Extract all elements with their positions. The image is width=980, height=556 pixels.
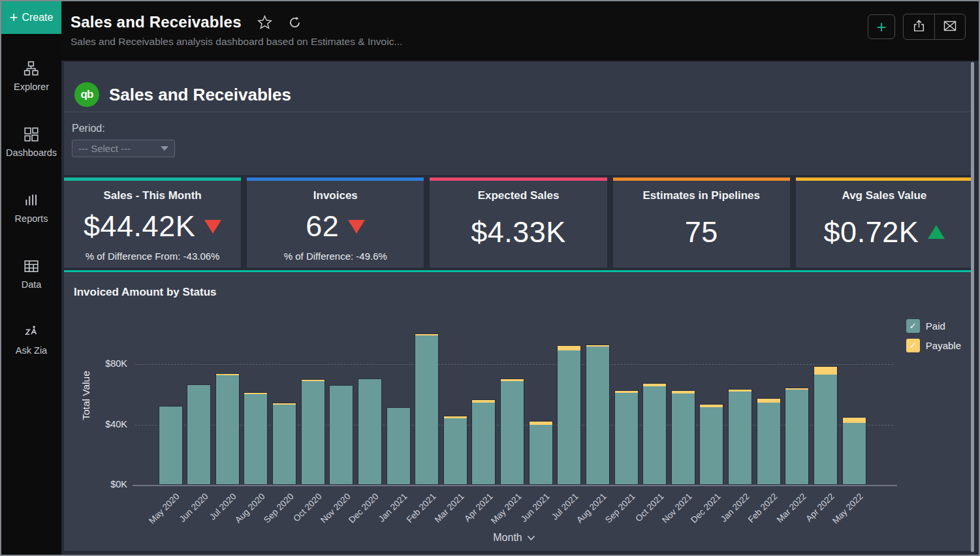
bar-segment-paid bbox=[244, 394, 267, 484]
bar-apr-2021[interactable] bbox=[471, 399, 496, 485]
header-button-group bbox=[903, 14, 966, 40]
favorite-star-icon[interactable] bbox=[257, 15, 272, 30]
kpi-value: $4.33K bbox=[471, 215, 566, 249]
create-button[interactable]: + Create bbox=[1, 1, 61, 34]
bar-may-2021[interactable] bbox=[500, 378, 524, 485]
bar-segment-paid bbox=[814, 375, 837, 484]
kpi-value: 62 bbox=[306, 209, 339, 243]
y-axis-label: Total Value bbox=[80, 343, 92, 448]
bar-nov-2020[interactable] bbox=[329, 385, 353, 485]
gridline bbox=[135, 364, 893, 365]
bar-jan-2021[interactable] bbox=[387, 407, 411, 485]
dashboard-content: qb Sales and Receivables Period: --- Sel… bbox=[61, 61, 979, 555]
add-icon: + bbox=[876, 18, 886, 35]
kpi-card-expected-sales[interactable]: Expected Sales $4.33K bbox=[430, 178, 607, 268]
x-axis-label[interactable]: Month bbox=[135, 532, 893, 544]
bar-segment-paid bbox=[843, 423, 866, 484]
export-share-button[interactable] bbox=[904, 14, 934, 39]
sidebar-item-data[interactable]: Data bbox=[1, 249, 61, 299]
ask-zia-icon bbox=[23, 324, 40, 341]
bar-oct-2020[interactable] bbox=[301, 379, 325, 485]
bar-feb-2021[interactable] bbox=[415, 333, 439, 485]
y-tick-label: $40K bbox=[64, 419, 127, 429]
y-tick-label: $0K bbox=[64, 479, 127, 489]
bar-nov-2021[interactable] bbox=[671, 390, 695, 485]
bar-segment-paid bbox=[159, 407, 182, 484]
bar-feb-2022[interactable] bbox=[757, 398, 781, 485]
period-select[interactable]: --- Select --- bbox=[72, 140, 175, 157]
bar-jul-2020[interactable] bbox=[215, 373, 240, 485]
bar-may-2022[interactable] bbox=[842, 417, 866, 485]
bar-segment-paid bbox=[302, 381, 324, 484]
kpi-row: Sales - This Month $44.42K % of Differen… bbox=[64, 178, 973, 268]
kpi-value: 75 bbox=[685, 215, 718, 249]
bar-jul-2021[interactable] bbox=[557, 345, 581, 485]
bar-segment-paid bbox=[387, 408, 410, 484]
bar-mar-2022[interactable] bbox=[785, 388, 809, 485]
page-subtitle: Sales and Receivables analysis dashboard… bbox=[61, 31, 979, 48]
trend-down-icon bbox=[348, 220, 365, 234]
bar-sep-2020[interactable] bbox=[272, 403, 296, 485]
bar-jun-2021[interactable] bbox=[529, 421, 553, 485]
bar-segment-paid bbox=[330, 386, 353, 484]
bar-segment-paid bbox=[700, 407, 723, 484]
bar-may-2020[interactable] bbox=[159, 406, 183, 485]
kpi-value: $0.72K bbox=[824, 215, 919, 249]
bar-mar-2021[interactable] bbox=[443, 416, 467, 485]
bar-oct-2021[interactable] bbox=[642, 383, 667, 485]
trend-down-icon bbox=[204, 220, 221, 234]
sidebar-item-label: Explorer bbox=[14, 82, 49, 92]
period-select-value: --- Select --- bbox=[78, 143, 131, 154]
kpi-card-estimates-in-pipelines[interactable]: Estimates in Pipelines 75 bbox=[613, 178, 790, 268]
dashboard-header-panel: qb Sales and Receivables Period: --- Sel… bbox=[64, 62, 973, 175]
chart-panel-invoiced-amount-by-status: Invoiced Amount by Status ✓Paid✓Payable … bbox=[64, 270, 973, 551]
y-tick-label: $80K bbox=[64, 358, 127, 369]
bar-segment-paid bbox=[757, 403, 780, 484]
bar-jun-2020[interactable] bbox=[187, 384, 211, 485]
bar-segment-payable bbox=[814, 367, 837, 375]
email-button[interactable] bbox=[934, 14, 965, 39]
export-share-icon bbox=[912, 19, 926, 35]
kpi-title: Avg Sales Value bbox=[842, 189, 927, 202]
refresh-icon[interactable] bbox=[288, 16, 302, 29]
bar-segment-paid bbox=[586, 347, 609, 484]
reports-icon bbox=[23, 192, 40, 209]
bar-sep-2021[interactable] bbox=[614, 390, 639, 485]
kpi-value: $44.42K bbox=[84, 209, 195, 243]
sidebar-item-label: Ask Zia bbox=[16, 345, 47, 356]
add-button[interactable]: + bbox=[868, 14, 895, 39]
kpi-card-sales-this-month[interactable]: Sales - This Month $44.42K % of Differen… bbox=[64, 178, 241, 268]
kpi-subtext: % of Difference: -49.6% bbox=[284, 251, 387, 262]
bar-apr-2022[interactable] bbox=[814, 366, 838, 485]
vertical-scrollbar[interactable] bbox=[971, 62, 974, 552]
bar-segment-paid bbox=[415, 335, 438, 484]
email-icon bbox=[943, 19, 957, 35]
bar-dec-2020[interactable] bbox=[358, 378, 382, 485]
x-axis-label-text: Month bbox=[493, 532, 522, 544]
dashboard-title: Sales and Receivables bbox=[109, 85, 291, 105]
sidebar-item-label: Reports bbox=[15, 213, 48, 224]
bar-aug-2021[interactable] bbox=[586, 345, 610, 485]
bar-aug-2020[interactable] bbox=[244, 392, 268, 485]
dashboards-icon bbox=[23, 126, 40, 143]
bar-segment-paid bbox=[672, 394, 695, 484]
bar-segment-paid bbox=[530, 425, 552, 484]
sidebar-item-dashboards[interactable]: Dashboards bbox=[1, 117, 61, 167]
bar-segment-paid bbox=[643, 386, 666, 484]
sidebar-nav: Explorer Dashboards Reports bbox=[1, 51, 61, 365]
sidebar-item-label: Dashboards bbox=[6, 147, 57, 158]
bar-segment-paid bbox=[558, 350, 580, 484]
sidebar-item-ask-zia[interactable]: Ask Zia bbox=[1, 315, 61, 365]
bar-dec-2021[interactable] bbox=[699, 404, 723, 485]
bar-segment-paid bbox=[729, 392, 751, 484]
bar-jan-2022[interactable] bbox=[728, 389, 752, 485]
trend-up-icon bbox=[928, 225, 945, 239]
sidebar-item-reports[interactable]: Reports bbox=[1, 183, 61, 233]
kpi-card-invoices[interactable]: Invoices 62 % of Difference: -49.6% bbox=[247, 178, 424, 268]
kpi-card-avg-sales-value[interactable]: Avg Sales Value $0.72K bbox=[796, 178, 973, 268]
sidebar-item-explorer[interactable]: Explorer bbox=[1, 51, 61, 101]
quickbooks-logo: qb bbox=[74, 82, 99, 107]
kpi-title: Sales - This Month bbox=[104, 189, 202, 202]
kpi-title: Expected Sales bbox=[478, 189, 560, 202]
bar-segment-paid bbox=[273, 405, 296, 484]
